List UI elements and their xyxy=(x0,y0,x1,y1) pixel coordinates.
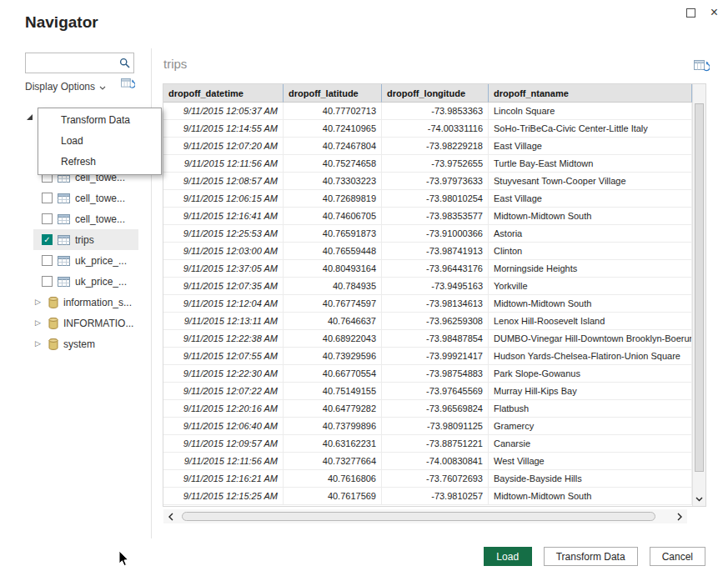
table-cell: Midtown-Midtown South xyxy=(489,488,692,505)
table-cell: 40.75149155 xyxy=(284,383,382,400)
tree-item-uk-price[interactable]: uk_price_... xyxy=(33,271,138,292)
table-cell: 40.72410965 xyxy=(284,120,382,138)
table-cell: -74.00331116 xyxy=(382,120,489,138)
table-row: 9/11/2015 12:05:37 AM40.77702713-73.9853… xyxy=(163,103,705,120)
column-header-dropoff-longitude: dropoff_longitude xyxy=(382,84,489,103)
table-cell: Astoria xyxy=(489,225,692,243)
menu-item-load[interactable]: Load xyxy=(38,131,161,152)
navigation-tree: cell_towe...cell_towe...cell_towe...✓tri… xyxy=(33,167,138,354)
refresh-preview-table-icon[interactable] xyxy=(694,60,710,78)
checkbox-unchecked[interactable] xyxy=(42,276,53,287)
close-icon[interactable]: × xyxy=(710,6,718,19)
table-cell: 9/11/2015 12:08:57 AM xyxy=(163,173,284,190)
table-cell: -73.9752655 xyxy=(382,155,489,173)
checkbox-unchecked[interactable] xyxy=(42,255,53,266)
table-cell: 9/11/2015 12:13:11 AM xyxy=(163,313,284,330)
table-cell: Turtle Bay-East Midtown xyxy=(489,155,692,173)
table-row: 9/11/2015 12:25:53 AM40.76591873-73.9100… xyxy=(163,225,705,243)
table-cell: -73.98754883 xyxy=(382,365,489,383)
search-input[interactable] xyxy=(26,57,115,70)
tree-item-system[interactable]: ▷system xyxy=(33,333,138,354)
search-icon[interactable] xyxy=(115,58,133,68)
table-cell: 9/11/2015 12:07:35 AM xyxy=(163,278,284,295)
horizontal-scrollbar[interactable] xyxy=(163,509,687,523)
checkbox-checked[interactable]: ✓ xyxy=(42,234,53,245)
column-header-dropoff-latitude: dropoff_latitude xyxy=(284,84,382,103)
menu-item-refresh[interactable]: Refresh xyxy=(38,152,161,173)
expand-arrow-icon[interactable]: ▷ xyxy=(35,319,43,327)
display-options-dropdown[interactable]: Display Options xyxy=(25,81,106,93)
horizontal-scrollbar-thumb[interactable] xyxy=(182,512,655,521)
table-cell: Stuyvesant Town-Cooper Village xyxy=(489,173,692,190)
table-icon xyxy=(58,193,70,203)
scroll-right-icon[interactable] xyxy=(672,513,687,521)
display-options-label: Display Options xyxy=(25,81,95,93)
expand-arrow-icon[interactable]: ▷ xyxy=(35,298,43,306)
vertical-scrollbar-thumb[interactable] xyxy=(695,103,704,472)
table-cell: -73.97973633 xyxy=(382,173,489,190)
database-icon xyxy=(48,297,58,308)
dialog-title: Navigator xyxy=(25,13,98,32)
tree-item-label: trips xyxy=(75,234,94,246)
menu-item-transform-data[interactable]: Transform Data xyxy=(38,110,161,131)
table-cell: 9/11/2015 12:15:25 AM xyxy=(163,488,284,505)
table-row: 9/11/2015 12:15:25 AM40.7617569-73.98102… xyxy=(163,488,705,505)
cancel-button[interactable]: Cancel xyxy=(650,547,705,566)
tree-item-cell-towe[interactable]: cell_towe... xyxy=(33,208,138,229)
refresh-preview-icon[interactable] xyxy=(121,78,135,94)
preview-table: dropoff_datetimedropoff_latitudedropoff_… xyxy=(163,84,705,506)
maximize-icon[interactable] xyxy=(686,8,695,18)
expand-arrow-icon[interactable]: ▷ xyxy=(35,340,43,348)
table-cell: 9/11/2015 12:11:56 AM xyxy=(163,453,284,470)
tree-item-label: uk_price_... xyxy=(75,276,127,288)
table-cell: -73.96259308 xyxy=(382,313,489,330)
tree-item-trips[interactable]: ✓trips xyxy=(33,229,138,250)
table-cell: Lenox Hill-Roosevelt Island xyxy=(489,313,692,330)
table-cell: -73.98741913 xyxy=(382,243,489,260)
table-cell: 40.7646637 xyxy=(284,313,382,330)
table-cell: -73.76072693 xyxy=(382,470,489,488)
table-cell: 40.75274658 xyxy=(284,155,382,173)
scroll-left-icon[interactable] xyxy=(163,513,178,521)
table-row: 9/11/2015 12:06:40 AM40.73799896-73.9809… xyxy=(163,418,705,435)
table-cell: 9/11/2015 12:07:55 AM xyxy=(163,348,284,365)
table-cell: Clinton xyxy=(489,243,692,260)
table-cell: -73.99921417 xyxy=(382,348,489,365)
tree-item-informatio[interactable]: ▷INFORMATIO... xyxy=(33,313,138,333)
table-cell: 9/11/2015 12:25:53 AM xyxy=(163,225,284,243)
table-cell: East Village xyxy=(489,190,692,208)
table-cell: 40.66770554 xyxy=(284,365,382,383)
table-cell: Midtown-Midtown South xyxy=(489,295,692,313)
table-cell: 9/11/2015 12:03:00 AM xyxy=(163,243,284,260)
table-cell: 9/11/2015 12:22:30 AM xyxy=(163,365,284,383)
vertical-scrollbar[interactable] xyxy=(692,84,705,506)
table-cell: 40.63162231 xyxy=(284,435,382,453)
table-cell: 40.73277664 xyxy=(284,453,382,470)
tree-item-label: INFORMATIO... xyxy=(63,318,133,329)
table-cell: -73.9853363 xyxy=(382,103,489,120)
scroll-down-icon[interactable] xyxy=(693,493,705,505)
table-cell: Bayside-Bayside Hills xyxy=(489,470,692,488)
tree-item-uk-price[interactable]: uk_price_... xyxy=(33,250,138,271)
table-cell: 9/11/2015 12:14:55 AM xyxy=(163,120,284,138)
tree-expanded-arrow-icon[interactable] xyxy=(26,109,33,124)
checkbox-unchecked[interactable] xyxy=(42,213,53,224)
tree-item-information-s[interactable]: ▷information_s... xyxy=(33,292,138,313)
footer-buttons: Load Transform Data Cancel xyxy=(484,547,705,566)
table-cell: 9/11/2015 12:06:15 AM xyxy=(163,190,284,208)
table-cell: SoHo-TriBeCa-Civic Center-Little Italy xyxy=(489,120,692,138)
table-cell: 9/11/2015 12:16:21 AM xyxy=(163,470,284,488)
table-cell: Morningside Heights xyxy=(489,260,692,278)
tree-item-cell-towe[interactable]: cell_towe... xyxy=(33,188,138,208)
table-cell: 40.7616806 xyxy=(284,470,382,488)
table-cell: 40.68922043 xyxy=(284,330,382,348)
table-icon xyxy=(58,277,70,287)
database-icon xyxy=(48,318,58,329)
search-box xyxy=(25,53,134,73)
checkbox-unchecked[interactable] xyxy=(42,193,53,203)
load-button[interactable]: Load xyxy=(484,547,532,566)
table-cell: -73.98353577 xyxy=(382,208,489,225)
table-cell: -73.97645569 xyxy=(382,383,489,400)
table-cell: -73.98010254 xyxy=(382,190,489,208)
transform-data-button[interactable]: Transform Data xyxy=(544,547,638,566)
